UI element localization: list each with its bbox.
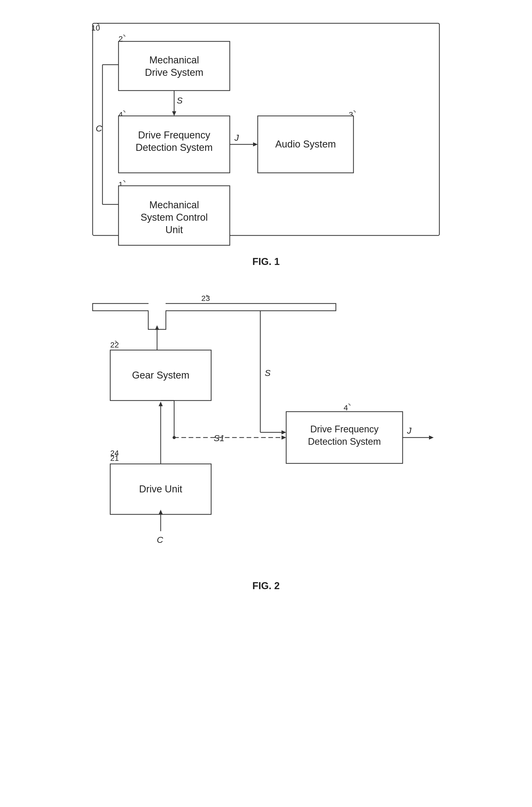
svg-marker-26 bbox=[282, 436, 286, 440]
fig1-dfds-text-line1: Drive Frequency bbox=[138, 130, 210, 140]
fig2-dfds-text-line1: Drive Frequency bbox=[310, 424, 379, 435]
svg-rect-13 bbox=[93, 304, 336, 311]
svg-marker-21 bbox=[282, 430, 286, 435]
fig2-s-label: S bbox=[265, 368, 271, 378]
fig1-wrapper: 10 C 2 Mechanical Drive System S 4 bbox=[20, 16, 512, 267]
svg-rect-4 bbox=[118, 41, 230, 91]
fig2-shaft-label: 23 bbox=[201, 294, 210, 303]
fig1-j-label: J bbox=[234, 133, 239, 142]
svg-rect-15 bbox=[149, 303, 166, 311]
svg-marker-24 bbox=[159, 402, 163, 406]
fig2-gear-text: Gear System bbox=[132, 370, 189, 381]
fig1-c-label: C bbox=[96, 123, 102, 133]
fig2-driveunit-id: 21 bbox=[110, 454, 119, 462]
diagram-container: 10 C 2 Mechanical Drive System S 4 bbox=[20, 16, 512, 592]
fig2-c-label: C bbox=[157, 535, 163, 545]
fig2-s1-label: S1 bbox=[214, 433, 225, 443]
fig1-audio-text: Audio System bbox=[275, 139, 336, 150]
fig2-label: FIG. 2 bbox=[252, 580, 280, 592]
fig1-mscu-text-line3: Unit bbox=[165, 224, 183, 235]
fig2-svg: 23 22 Gear System S 4 bbox=[72, 288, 460, 573]
fig2-wrapper: 23 22 Gear System S 4 bbox=[20, 288, 512, 592]
fig2-dfds-id: 4 bbox=[344, 403, 348, 412]
fig1-mscu-text-line1: Mechanical bbox=[149, 199, 199, 210]
fig1-mscu-text-line2: System Control bbox=[140, 212, 208, 223]
fig1-mds-text-line1: Mechanical bbox=[149, 55, 199, 65]
fig1-svg: 10 C 2 Mechanical Drive System S 4 bbox=[85, 16, 447, 248]
fig1-s-label: S bbox=[177, 95, 183, 105]
fig1-mds-text-line2: Drive System bbox=[145, 67, 203, 78]
fig1-dfds-text-line2: Detection System bbox=[136, 142, 213, 153]
fig2-dfds-text-line2: Detection System bbox=[308, 436, 381, 447]
fig2-driveunit-text: Drive Unit bbox=[139, 484, 183, 495]
svg-marker-34 bbox=[429, 436, 434, 440]
fig1-label: FIG. 1 bbox=[252, 256, 280, 267]
fig2-gear-id: 22 bbox=[110, 341, 119, 349]
fig2-j-label: J bbox=[407, 426, 412, 436]
